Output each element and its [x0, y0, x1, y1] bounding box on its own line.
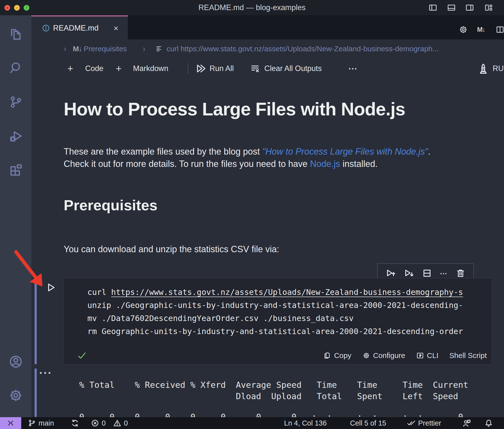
cell-position[interactable]: Cell 5 of 15: [350, 419, 386, 427]
sync-icon[interactable]: [71, 419, 79, 428]
split-editor-icon[interactable]: [495, 25, 504, 34]
cell-status-bar: Copy Configure CLI Shell Script: [64, 347, 492, 364]
more-toolbar-actions-icon[interactable]: ⋯: [348, 63, 358, 74]
paragraph-text: These are the example files used by the …: [64, 146, 262, 157]
toolbar-divider: [188, 63, 188, 74]
code-text: mv ./Data7602DescendingYearOrder.csv ./b…: [87, 314, 354, 323]
info-icon[interactable]: [42, 24, 50, 32]
copy-button[interactable]: Copy: [323, 351, 351, 360]
source-control-icon[interactable]: [9, 95, 23, 109]
breadcrumb-item-cell[interactable]: curl https://www.stats.govt.nz/assets/Up…: [167, 45, 504, 53]
blog-post-link[interactable]: "How to Process Large Files with Node.js…: [262, 146, 428, 157]
cursor-position[interactable]: Ln 4, Col 136: [284, 419, 327, 427]
remote-indicator[interactable]: [0, 417, 21, 429]
more-cell-actions-icon[interactable]: ⋯: [440, 269, 448, 278]
plus-icon: +: [67, 63, 73, 74]
warnings-count: 0: [124, 419, 128, 427]
activity-bar: [0, 15, 31, 417]
cli-label: CLI: [427, 351, 439, 360]
markdown-h2: Prerequisites: [64, 197, 157, 214]
runme-rocket-icon: [478, 63, 489, 74]
code-cell-kind-icon: [155, 45, 163, 53]
branch-label: main: [39, 419, 54, 427]
delete-cell-icon[interactable]: [456, 268, 465, 278]
tab-strip: README.md × M↓ ⋯: [31, 15, 504, 39]
execute-cell-and-below-icon[interactable]: [404, 268, 414, 278]
code-url[interactable]: https://www.stats.govt.nz/assets/Uploads…: [111, 287, 463, 297]
add-code-cell-button[interactable]: Code: [85, 64, 103, 73]
zoom-window-button[interactable]: ⧸: [24, 5, 29, 11]
code-cell[interactable]: curl https://www.stats.govt.nz/assets/Up…: [63, 278, 492, 364]
runme-button[interactable]: RUNME: [493, 64, 504, 73]
window-title: README.md — blog-examples: [198, 3, 306, 12]
code-text: curl: [87, 287, 111, 297]
plus-icon: +: [116, 63, 121, 74]
chevron-right-icon: ›: [64, 44, 66, 54]
cell-output-progress-row: 0 0 0 0 0 0 0 0 --:--:-- --:--:-- --:--:…: [69, 411, 463, 417]
tab-readme[interactable]: README.md ×: [31, 15, 128, 39]
add-markdown-cell-button[interactable]: Markdown: [133, 64, 168, 73]
output-line: Dload Upload Total Spent Left Speed: [69, 391, 458, 401]
chevron-right-icon: ›: [143, 44, 145, 54]
paragraph-text: installed.: [340, 159, 378, 169]
run-all-icon[interactable]: [195, 63, 206, 74]
minimize-window-button[interactable]: −: [14, 5, 20, 11]
clear-all-outputs-icon[interactable]: [250, 63, 260, 74]
toggle-secondary-sidebar-icon[interactable]: [465, 3, 474, 12]
shell-script-label: Shell Script: [449, 351, 487, 360]
vscode-window: × − ⧸ README.md — blog-examples: [0, 0, 504, 429]
output-more-icon[interactable]: ···: [39, 367, 52, 379]
formatter-indicator[interactable]: Prettier: [407, 419, 441, 428]
close-window-button[interactable]: ×: [4, 5, 10, 11]
cell-language-label[interactable]: Shell Script: [449, 351, 487, 360]
accounts-icon[interactable]: [9, 355, 23, 369]
notebook-toolbar: + Code + Markdown Run All Clear All Outp…: [31, 58, 504, 79]
run-and-debug-icon[interactable]: [9, 129, 23, 143]
errors-count: 0: [102, 419, 106, 427]
close-tab-icon[interactable]: ×: [114, 23, 118, 33]
markdown-paragraph: You can download and unzip the statistic…: [64, 243, 279, 255]
notebook-editor: How to Process Large Files with Node.js …: [31, 79, 504, 417]
warnings-indicator[interactable]: 0: [113, 419, 128, 427]
copy-label: Copy: [334, 351, 351, 360]
search-icon[interactable]: [9, 61, 23, 75]
markdown-paragraph: These are the example files used by the …: [64, 145, 456, 170]
markdown-h1: How to Process Large Files with Node.js: [64, 99, 405, 120]
configure-button[interactable]: Configure: [362, 351, 405, 360]
run-all-button[interactable]: Run All: [210, 64, 234, 73]
branch-indicator[interactable]: main: [28, 419, 54, 427]
markdown-cell-kind-icon: M↓: [73, 45, 82, 53]
code-text: rm Geographic-units-by-industry-and-stat…: [87, 327, 463, 336]
explorer-icon[interactable]: [9, 27, 23, 41]
settings-gear-icon[interactable]: [9, 388, 23, 403]
breadcrumb-item-prerequisites[interactable]: Prerequisites: [84, 45, 127, 53]
nodejs-link[interactable]: Node.js: [310, 159, 340, 169]
feedback-icon[interactable]: [462, 418, 471, 428]
cli-button[interactable]: CLI: [416, 351, 439, 360]
tab-label: README.md: [53, 24, 98, 33]
formatter-label: Prettier: [418, 419, 441, 427]
cell-code[interactable]: curl https://www.stats.govt.nz/assets/Up…: [64, 286, 491, 340]
notifications-bell-icon[interactable]: [484, 419, 493, 428]
status-bar: main 0 0 Ln 4, Col 136 Cell 5 of 15 Pret…: [0, 417, 504, 429]
execute-above-icon[interactable]: [386, 268, 396, 278]
configure-label: Configure: [373, 351, 405, 360]
toggle-panel-icon[interactable]: [447, 3, 456, 12]
customize-layout-icon[interactable]: [484, 3, 493, 12]
errors-indicator[interactable]: 0: [91, 419, 106, 427]
toggle-primary-sidebar-icon[interactable]: [428, 3, 437, 12]
cell-output-header: % Total % Received % Xferd Average Speed…: [69, 379, 468, 402]
breadcrumb: › M↓ Prerequisites › curl https://www.st…: [31, 39, 504, 58]
success-check-icon: [77, 351, 87, 360]
split-cell-icon[interactable]: [422, 268, 432, 278]
output-focus-bar[interactable]: [35, 368, 37, 417]
clear-all-outputs-button[interactable]: Clear All Outputs: [264, 64, 322, 73]
open-markdown-preview-icon[interactable]: M↓: [477, 26, 485, 34]
editor-settings-gear-icon[interactable]: [459, 25, 468, 34]
annotation-arrow: [7, 244, 59, 296]
output-line: % Total % Received % Xferd Average Speed…: [69, 380, 468, 390]
code-text: unzip ./Geographic-units-by-industry-and…: [87, 301, 463, 310]
titlebar: × − ⧸ README.md — blog-examples: [0, 0, 504, 15]
extensions-icon[interactable]: [9, 163, 23, 178]
